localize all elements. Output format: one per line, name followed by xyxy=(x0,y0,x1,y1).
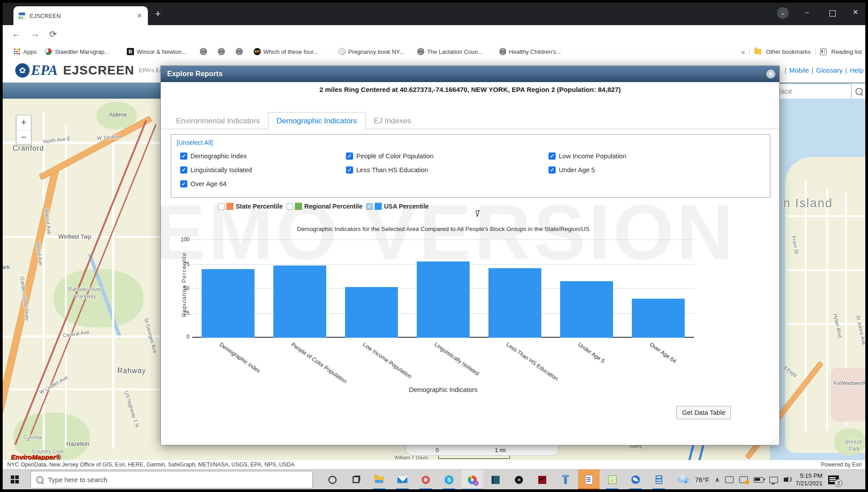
legend-checkbox-checked[interactable]: ✓ xyxy=(366,203,373,210)
battery-icon[interactable] xyxy=(754,477,764,483)
thunderbird-button[interactable] xyxy=(625,470,646,489)
tab-ej-indexes[interactable]: EJ Indexes xyxy=(366,113,419,129)
nav-link-glossary[interactable]: Glossary xyxy=(816,66,842,74)
x-category-label: Demographic Index xyxy=(218,341,262,374)
bookmark-item[interactable]: Pregnancy book NY... xyxy=(338,46,404,57)
map-label: Hazelton xyxy=(66,440,89,447)
indicator-checkbox-row: ✓Over Age 64 xyxy=(180,180,227,187)
globe-icon xyxy=(236,48,243,55)
unselect-all-link[interactable]: [Unselect All] xyxy=(177,139,213,146)
checkbox-checked[interactable]: ✓ xyxy=(548,152,556,160)
dialog-close-icon[interactable]: ✕ xyxy=(766,70,775,78)
other-bookmarks[interactable]: Other bookmarks xyxy=(766,48,811,55)
browser-update-icon[interactable]: ⌄ xyxy=(777,7,789,19)
dragon-app-button[interactable] xyxy=(531,470,553,489)
bookmark-item[interactable] xyxy=(200,46,207,57)
get-data-table-button[interactable]: Get Data Table xyxy=(676,406,731,419)
checkbox-checked[interactable]: ✓ xyxy=(548,166,556,174)
tray-time: 5:15 PM xyxy=(800,472,822,479)
site-search-button[interactable] xyxy=(851,83,865,100)
checkbox-checked[interactable]: ✓ xyxy=(180,166,187,174)
window-close-button[interactable]: ✕ xyxy=(849,8,862,16)
bookmark-item[interactable] xyxy=(218,46,225,57)
nav-link-mobile[interactable]: Mobile xyxy=(789,66,809,74)
bar-usa-percentile xyxy=(273,266,326,338)
bookmark-item[interactable]: Apps xyxy=(13,46,37,57)
tool-app-button[interactable] xyxy=(555,470,576,489)
scale-zero-label: 0 xyxy=(436,447,439,453)
start-button[interactable] xyxy=(11,475,19,483)
bookmarks-overflow-icon[interactable]: » xyxy=(741,48,745,56)
map-label: Aldene xyxy=(109,111,127,118)
back-button[interactable]: ← xyxy=(12,29,21,39)
checkbox-checked[interactable]: ✓ xyxy=(180,180,187,187)
bookmark-item[interactable]: BWWhich of these four... xyxy=(254,46,318,57)
legend-swatch xyxy=(226,203,233,210)
legend-swatch xyxy=(375,203,382,210)
chrome-button[interactable]: D xyxy=(462,470,483,489)
skype-button[interactable]: S xyxy=(438,470,460,489)
legend-checkbox-unchecked[interactable] xyxy=(286,203,293,210)
bookmark-item[interactable]: The Lactation Coun... xyxy=(417,46,483,57)
taskbar-clock[interactable]: 5:15 PM 7/21/2021 xyxy=(795,472,822,488)
divider xyxy=(749,48,750,56)
y-tick-label: 25 xyxy=(177,310,190,316)
opera-button[interactable] xyxy=(415,470,436,489)
bookmark-item[interactable] xyxy=(236,46,243,57)
calculator-button[interactable] xyxy=(648,470,669,489)
xbox-button[interactable]: ✕ xyxy=(508,470,530,489)
bsq-icon: B xyxy=(127,48,134,55)
weather-icon[interactable] xyxy=(678,477,689,483)
forward-button[interactable]: → xyxy=(30,29,39,39)
checkbox-checked[interactable]: ✓ xyxy=(346,166,353,174)
checkbox-checked[interactable]: ✓ xyxy=(180,152,187,160)
tray-camera-icon[interactable] xyxy=(725,476,734,483)
file-explorer-button[interactable] xyxy=(368,470,390,489)
bookmark-item[interactable]: Healthy Children's... xyxy=(499,46,561,57)
bookmark-item[interactable]: BWinsor & Newton... xyxy=(127,46,186,57)
bookmark-label: Winsor & Newton... xyxy=(137,48,186,55)
notepad-app-button[interactable] xyxy=(601,470,623,489)
y-tick-label: 100 xyxy=(177,236,190,243)
checkbox-checked[interactable]: ✓ xyxy=(346,152,353,160)
tray-expand-icon[interactable]: ∧ xyxy=(715,476,720,483)
reload-button[interactable]: ⟳ xyxy=(49,29,57,39)
indicator-checkbox-row: ✓Under Age 5 xyxy=(548,166,595,174)
window-minimize-button[interactable]: – xyxy=(800,8,814,16)
map-label: Rahway River xyxy=(68,286,102,292)
notification-center-icon[interactable]: 2 xyxy=(828,475,839,484)
reading-list[interactable]: Reading list xyxy=(831,48,862,55)
cortana-button[interactable] xyxy=(322,470,343,489)
bookmark-item[interactable]: Staedtler Marsgrap... xyxy=(45,46,109,57)
legend-checkbox-unchecked[interactable] xyxy=(218,203,225,210)
zoom-in-button[interactable]: + xyxy=(17,115,31,130)
apps-icon xyxy=(13,48,21,55)
tray-sync-icon[interactable] xyxy=(739,476,748,483)
taskbar-search-input[interactable]: Type here to search xyxy=(30,471,313,488)
tab-demographic-indicators[interactable]: Demographic Indicators xyxy=(268,112,366,130)
teal-app-button[interactable] xyxy=(485,470,506,489)
task-view-button[interactable] xyxy=(345,470,367,489)
tab-close-icon[interactable]: ✕ xyxy=(135,12,143,19)
zoom-out-button[interactable]: − xyxy=(17,130,31,144)
attribution-text: NYC OpenData, New Jersey Office of GIS, … xyxy=(7,460,294,469)
mail-button[interactable] xyxy=(392,470,413,489)
map-label: n Island xyxy=(783,196,833,210)
temperature-label[interactable]: 76°F xyxy=(695,476,709,483)
nav-link-help[interactable]: Help xyxy=(850,66,864,74)
window-maximize-button[interactable] xyxy=(829,10,836,17)
new-tab-button[interactable]: + xyxy=(155,9,161,19)
map-attribution-bar: NYC OpenData, New Jersey Office of GIS, … xyxy=(3,460,865,469)
volume-icon[interactable] xyxy=(784,478,787,482)
dialog-title[interactable]: Explore Reports xyxy=(161,66,779,82)
browser-tab[interactable]: EJSCREEN ✕ xyxy=(13,6,148,25)
globe-icon xyxy=(417,48,424,55)
network-icon[interactable] xyxy=(769,477,778,483)
dialog-resize-handle[interactable]: ⋰ xyxy=(771,437,777,444)
tab-environmental-indicators[interactable]: Environmental Indicators xyxy=(168,113,268,129)
indicator-checkbox-row: ✓Low Income Population xyxy=(548,152,626,160)
explore-reports-dialog: DEMO VERSION Explore Reports ✕ 2 miles R… xyxy=(160,65,780,445)
y-tick-label: 0 xyxy=(177,334,190,340)
document-app-button[interactable] xyxy=(578,470,600,489)
legend-label: State Percentile xyxy=(236,203,283,210)
